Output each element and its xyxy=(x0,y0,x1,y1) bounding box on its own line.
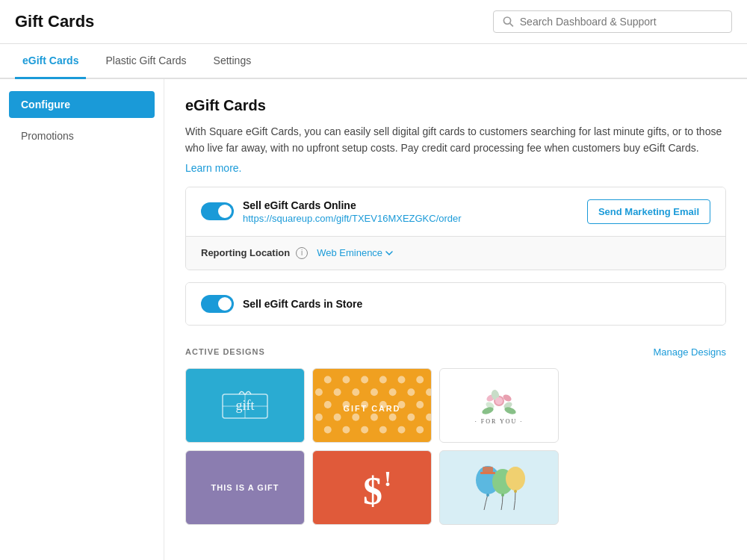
svg-point-54 xyxy=(486,494,489,497)
svg-text:!: ! xyxy=(384,466,391,491)
designs-grid: gift xyxy=(185,368,726,525)
svg-point-53 xyxy=(506,467,525,491)
svg-point-14 xyxy=(352,388,359,396)
this-is-a-gift-label: THIS IS A GIFT xyxy=(211,483,279,492)
svg-point-19 xyxy=(324,401,332,408)
info-icon[interactable]: i xyxy=(296,247,308,259)
search-icon xyxy=(503,16,514,28)
sell-instore-label: Sell eGift Cards in Store xyxy=(243,298,362,310)
svg-point-24 xyxy=(416,401,424,408)
tab-settings[interactable]: Settings xyxy=(206,44,259,79)
svg-point-0 xyxy=(503,17,510,24)
sell-instore-panel: Sell eGift Cards in Store xyxy=(185,282,726,326)
svg-point-15 xyxy=(371,388,378,396)
design-card-6[interactable] xyxy=(439,450,559,525)
design-card-2[interactable]: GIFT CARD xyxy=(312,368,432,443)
sell-online-label: Sell eGift Cards Online xyxy=(243,199,462,211)
search-input[interactable] xyxy=(520,16,722,28)
svg-text:· FOR YOU ·: · FOR YOU · xyxy=(475,418,524,425)
sell-online-url[interactable]: https://squareup.com/gift/TXEV16MXEZGKC/… xyxy=(243,213,462,224)
svg-point-32 xyxy=(324,426,332,433)
reporting-location-row: Reporting Location i Web Eminence xyxy=(186,236,725,270)
svg-point-25 xyxy=(315,414,323,421)
svg-point-56 xyxy=(514,490,517,493)
svg-point-17 xyxy=(407,388,415,396)
svg-point-10 xyxy=(398,376,406,383)
design-card-4[interactable]: THIS IS A GIFT xyxy=(185,450,305,525)
svg-point-30 xyxy=(407,414,415,421)
svg-point-35 xyxy=(379,426,387,433)
svg-point-31 xyxy=(426,414,431,421)
svg-point-11 xyxy=(416,376,424,383)
design-card-3[interactable]: · FOR YOU · xyxy=(439,368,559,443)
svg-point-36 xyxy=(398,426,406,433)
sell-instore-toggle[interactable] xyxy=(201,295,234,313)
svg-point-12 xyxy=(315,388,323,396)
blue-gift-design: gift xyxy=(200,379,290,432)
sell-online-row: Sell eGift Cards Online https://squareup… xyxy=(186,187,725,236)
svg-line-1 xyxy=(510,23,513,26)
floral-design: · FOR YOU · xyxy=(469,385,529,426)
sidebar-item-promotions[interactable]: Promotions xyxy=(9,124,155,148)
svg-point-18 xyxy=(426,388,431,396)
svg-point-55 xyxy=(501,494,504,497)
send-marketing-email-button[interactable]: Send Marketing Email xyxy=(587,199,710,224)
sidebar: Configure Promotions xyxy=(0,79,164,560)
chevron-down-icon xyxy=(385,251,393,255)
svg-point-13 xyxy=(334,388,341,396)
tab-egift-cards[interactable]: eGift Cards xyxy=(15,44,86,79)
orange-dots-design: GIFT CARD xyxy=(313,368,431,443)
designs-header: ACTIVE DESIGNS Manage Designs xyxy=(185,346,726,358)
svg-rect-57 xyxy=(483,467,493,473)
svg-point-7 xyxy=(343,376,350,383)
page-title: Gift Cards xyxy=(15,12,94,31)
egift-description: With Square eGift Cards, you can easily … xyxy=(185,123,726,157)
svg-text:GIFT CARD: GIFT CARD xyxy=(344,404,401,413)
svg-point-16 xyxy=(389,388,397,396)
manage-designs-link[interactable]: Manage Designs xyxy=(653,346,726,358)
design-card-5[interactable]: $ ! xyxy=(312,450,432,525)
svg-point-33 xyxy=(343,426,350,433)
svg-point-28 xyxy=(371,414,378,421)
sell-online-panel: Sell eGift Cards Online https://squareup… xyxy=(185,187,726,270)
svg-point-29 xyxy=(389,414,397,421)
main-content: eGift Cards With Square eGift Cards, you… xyxy=(164,79,747,560)
svg-point-45 xyxy=(495,397,503,405)
svg-point-27 xyxy=(352,414,359,421)
reporting-location-dropdown[interactable]: Web Eminence xyxy=(317,247,393,258)
egift-cards-title: eGift Cards xyxy=(185,97,726,114)
svg-point-34 xyxy=(361,426,368,433)
svg-point-6 xyxy=(324,376,332,383)
configure-button[interactable]: Configure xyxy=(9,91,155,118)
svg-text:$: $ xyxy=(363,470,382,512)
tab-plastic-gift-cards[interactable]: Plastic Gift Cards xyxy=(98,44,193,79)
content-area: Configure Promotions eGift Cards With Sq… xyxy=(0,79,747,560)
reporting-location-label: Reporting Location xyxy=(201,247,290,258)
design-card-1[interactable]: gift xyxy=(185,368,305,443)
svg-point-26 xyxy=(334,414,341,421)
search-bar[interactable] xyxy=(493,10,732,33)
svg-point-9 xyxy=(379,376,387,383)
sell-online-toggle[interactable] xyxy=(201,202,234,220)
tab-bar: eGift Cards Plastic Gift Cards Settings xyxy=(0,44,747,79)
header: Gift Cards xyxy=(0,0,747,44)
svg-point-37 xyxy=(416,426,424,433)
svg-point-8 xyxy=(361,376,368,383)
learn-more-link[interactable]: Learn more. xyxy=(185,162,241,174)
dollar-sign-design: $ ! xyxy=(342,458,402,517)
balloon-design xyxy=(462,458,536,517)
active-designs-title: ACTIVE DESIGNS xyxy=(185,347,265,356)
svg-rect-58 xyxy=(480,472,495,474)
sell-instore-row: Sell eGift Cards in Store xyxy=(186,283,725,325)
